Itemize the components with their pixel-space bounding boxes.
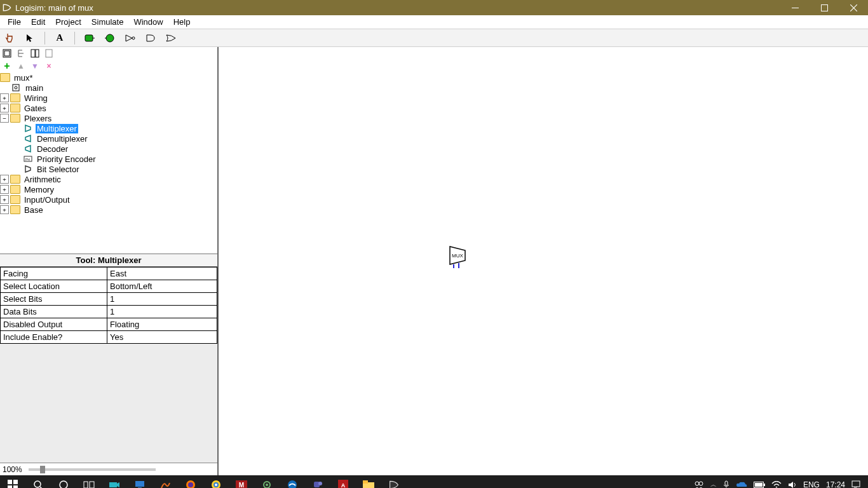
tray-people-icon[interactable] xyxy=(694,480,704,488)
and-gate-icon[interactable] xyxy=(144,31,158,45)
prop-value[interactable]: Floating xyxy=(107,318,217,331)
tree-decoder[interactable]: Decoder xyxy=(36,144,69,154)
tray-clock[interactable]: 17:24 xyxy=(826,480,845,488)
tree-plexers[interactable]: Plexers xyxy=(23,114,53,123)
tree-bitselector[interactable]: Bit Selector xyxy=(36,165,80,174)
tray-notifications-icon[interactable] xyxy=(851,480,860,488)
taskbar-app-matlab-icon[interactable] xyxy=(153,475,178,488)
canvas-area[interactable]: MUX xyxy=(217,47,868,475)
zoom-slider[interactable] xyxy=(29,468,156,471)
tray-onedrive-icon[interactable] xyxy=(736,481,747,488)
taskbar-app-monitor-icon[interactable] xyxy=(127,475,153,488)
tree-arithmetic[interactable]: Arithmetic xyxy=(23,175,62,184)
view-doc-icon[interactable] xyxy=(43,48,55,59)
menubar: File Edit Project Simulate Window Help xyxy=(0,15,868,29)
svg-text:Pri: Pri xyxy=(25,158,30,161)
view-tree-icon[interactable] xyxy=(15,48,27,59)
start-button[interactable] xyxy=(0,475,25,488)
tree-priority[interactable]: Priority Encoder xyxy=(36,154,97,164)
menu-project[interactable]: Project xyxy=(50,16,86,28)
pointer-tool-icon[interactable] xyxy=(23,31,37,45)
svg-rect-26 xyxy=(90,482,94,488)
menu-simulate[interactable]: Simulate xyxy=(86,16,129,28)
taskbar-app-chrome-icon[interactable] xyxy=(203,475,229,488)
menu-file[interactable]: File xyxy=(3,16,26,28)
output-pin-icon[interactable] xyxy=(103,31,117,45)
taskbar-app-acrobat-icon[interactable]: A xyxy=(330,475,356,488)
prop-value[interactable]: 1 xyxy=(107,293,217,306)
menu-help[interactable]: Help xyxy=(168,16,196,28)
tray-chevron-up-icon[interactable]: ︿ xyxy=(710,480,717,488)
poke-tool-icon[interactable] xyxy=(3,31,17,45)
tree-base[interactable]: Base xyxy=(23,205,44,215)
tree-main[interactable]: main xyxy=(24,83,44,93)
folder-icon xyxy=(10,175,20,184)
expander-icon[interactable]: + xyxy=(0,104,9,112)
toolbar-separator xyxy=(44,32,45,44)
not-gate-icon[interactable] xyxy=(123,31,137,45)
prop-key: Disabled Output xyxy=(1,318,107,331)
expander-icon[interactable]: + xyxy=(0,175,9,184)
input-pin-icon[interactable] xyxy=(83,31,97,45)
maximize-button[interactable] xyxy=(810,0,839,15)
expander-icon[interactable]: + xyxy=(0,185,9,194)
taskbar-app-teams-icon[interactable] xyxy=(305,475,330,488)
tray-wifi-icon[interactable] xyxy=(771,481,782,488)
expander-icon[interactable]: + xyxy=(0,93,9,102)
decoder-icon xyxy=(23,145,33,152)
mux-ghost[interactable]: MUX xyxy=(447,244,469,269)
expander-icon[interactable]: − xyxy=(0,114,9,123)
tray-mic-icon[interactable] xyxy=(723,480,729,488)
add-circuit-icon[interactable]: + xyxy=(1,60,13,72)
tree-wiring[interactable]: Wiring xyxy=(23,93,49,103)
tree-multiplexer[interactable]: Multiplexer xyxy=(36,124,78,133)
taskbar-app-explorer-icon[interactable] xyxy=(356,475,381,488)
menu-window[interactable]: Window xyxy=(128,16,168,28)
move-down-icon[interactable]: ▼ xyxy=(29,60,41,72)
close-button[interactable] xyxy=(839,0,868,15)
tray-volume-icon[interactable] xyxy=(788,481,797,488)
folder-icon xyxy=(10,195,20,204)
tree-root[interactable]: mux* xyxy=(13,73,34,83)
expander-icon[interactable]: + xyxy=(0,205,9,214)
properties-empty-area xyxy=(0,344,217,463)
taskbar-app-mendeley-icon[interactable]: M xyxy=(229,475,254,488)
folder-icon xyxy=(10,205,20,214)
view-sim-icon[interactable] xyxy=(29,48,41,59)
cortana-icon[interactable] xyxy=(51,475,76,488)
prop-value[interactable]: 1 xyxy=(107,306,217,318)
expander-icon[interactable]: + xyxy=(0,195,9,204)
svg-rect-28 xyxy=(135,481,144,487)
svg-rect-52 xyxy=(852,481,860,487)
mux-label: MUX xyxy=(452,253,463,259)
text-tool-icon[interactable]: A xyxy=(53,31,67,45)
move-up-icon[interactable]: ▲ xyxy=(15,60,27,72)
bitsel-icon xyxy=(23,165,33,173)
main-toolbar: A xyxy=(0,29,868,47)
tree-gates[interactable]: Gates xyxy=(23,104,48,113)
prop-value[interactable]: Bottom/Left xyxy=(107,280,217,293)
minimize-button[interactable] xyxy=(780,0,810,15)
tree-memory[interactable]: Memory xyxy=(23,185,55,194)
or-gate-icon[interactable] xyxy=(164,31,178,45)
svg-point-41 xyxy=(318,482,322,485)
taskbar-app-logisim-icon[interactable] xyxy=(381,475,407,488)
prop-value[interactable]: East xyxy=(107,268,217,280)
taskbar-app-camera-icon[interactable] xyxy=(102,475,127,488)
taskbar-app-firefox-icon[interactable] xyxy=(178,475,203,488)
prop-value[interactable]: Yes xyxy=(107,331,217,344)
tray-language[interactable]: ENG xyxy=(803,480,820,488)
tray-battery-icon[interactable] xyxy=(754,482,765,488)
tree-io[interactable]: Input/Output xyxy=(23,195,71,205)
view-layout-icon[interactable] xyxy=(1,48,13,59)
taskbar-app-settings-icon[interactable] xyxy=(254,475,280,488)
taskbar-app-edge-icon[interactable] xyxy=(280,475,305,488)
project-tree[interactable]: mux* main +Wiring +Gates −Plexers Multip… xyxy=(0,72,217,254)
tree-demultiplexer[interactable]: Demultiplexer xyxy=(36,134,88,144)
menu-edit[interactable]: Edit xyxy=(26,16,50,28)
folder-icon xyxy=(0,73,10,82)
sub-toolbar-2: + ▲ ▼ × xyxy=(0,60,217,72)
search-icon[interactable] xyxy=(25,475,51,488)
delete-icon[interactable]: × xyxy=(43,60,55,72)
taskview-icon[interactable] xyxy=(76,475,102,488)
